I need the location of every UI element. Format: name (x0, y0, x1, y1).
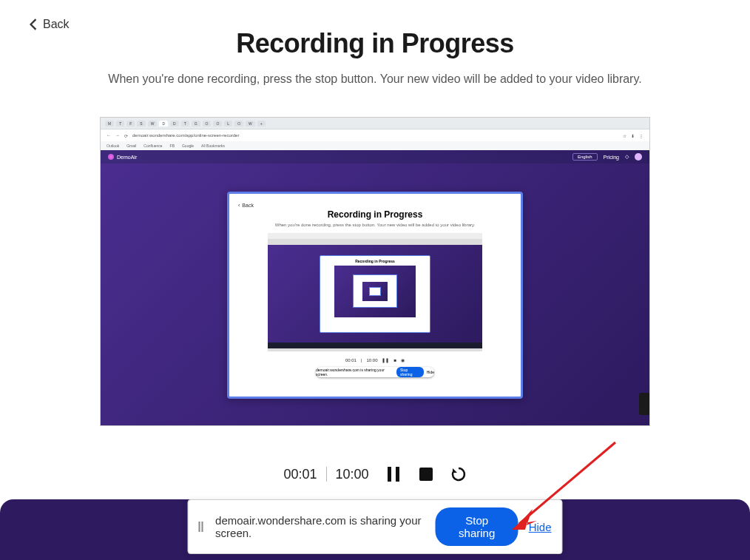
nested-subtitle: When you're done recording, press the st… (238, 223, 512, 227)
app-header: DemoAir English Pricing ◇ (101, 150, 649, 163)
restart-button[interactable] (450, 466, 467, 482)
language-select: English (572, 153, 598, 161)
nested-recording-card: ‹Back Recording in Progress When you're … (227, 192, 523, 399)
share-message: demoair.wondershare.com is sharing your … (215, 514, 425, 539)
back-button[interactable]: Back (30, 18, 70, 31)
browser-url-bar: ←→⟳ demoair.wondershare.com/app/online-s… (101, 129, 649, 141)
page-title: Recording in Progress (0, 28, 750, 59)
recording-controls: 00:01 10:00 (0, 466, 750, 482)
stop-sharing-button[interactable]: Stop sharing (436, 507, 518, 546)
svg-rect-2 (419, 468, 433, 481)
time-display: 00:01 10:00 (283, 467, 368, 482)
total-time: 10:00 (336, 467, 369, 482)
pricing-link: Pricing (604, 155, 619, 160)
stop-button[interactable] (418, 466, 434, 482)
app-body: ‹Back Recording in Progress When you're … (101, 163, 649, 426)
browser-tabs: MTFSWDDTGOOLOW+ (101, 118, 649, 129)
screen-share-dialog: demoair.wondershare.com is sharing your … (188, 499, 563, 554)
app-logo-icon (108, 154, 114, 160)
restart-icon (450, 466, 467, 482)
url-text: demoair.wondershare.com/app/online-scree… (132, 133, 618, 138)
page-header: Recording in Progress When you're done r… (0, 0, 750, 86)
svg-rect-0 (388, 467, 391, 482)
pause-icon (388, 467, 399, 482)
svg-rect-1 (396, 467, 399, 482)
side-thumbnail (639, 393, 649, 415)
nested-back: ‹Back (238, 203, 512, 208)
nested-share-pill: demoair.wondershare.com is sharing your … (316, 367, 434, 377)
nested-preview: Recording in Progress (268, 233, 482, 351)
sharing-indicator-icon (199, 522, 206, 532)
current-time: 00:01 (283, 467, 317, 482)
screen-preview: MTFSWDDTGOOLOW+ ←→⟳ demoair.wondershare.… (100, 117, 650, 426)
page-subtitle: When you're done recording, press the st… (0, 72, 750, 86)
app-name: DemoAir (117, 155, 137, 160)
chevron-left-icon (30, 18, 37, 30)
bell-icon: ◇ (625, 154, 629, 160)
pause-button[interactable] (385, 466, 402, 482)
browser-bookmarks: OutlookGmailConfluenceFBGoogleAll Bookma… (101, 141, 649, 150)
nested-controls: 00:01|10:00 ❚❚■◉ (238, 357, 512, 362)
nested-title: Recording in Progress (238, 209, 512, 220)
avatar (635, 153, 642, 161)
back-label: Back (43, 18, 70, 31)
hide-link[interactable]: Hide (529, 521, 552, 533)
stop-icon (419, 468, 433, 481)
time-separator (326, 467, 327, 482)
